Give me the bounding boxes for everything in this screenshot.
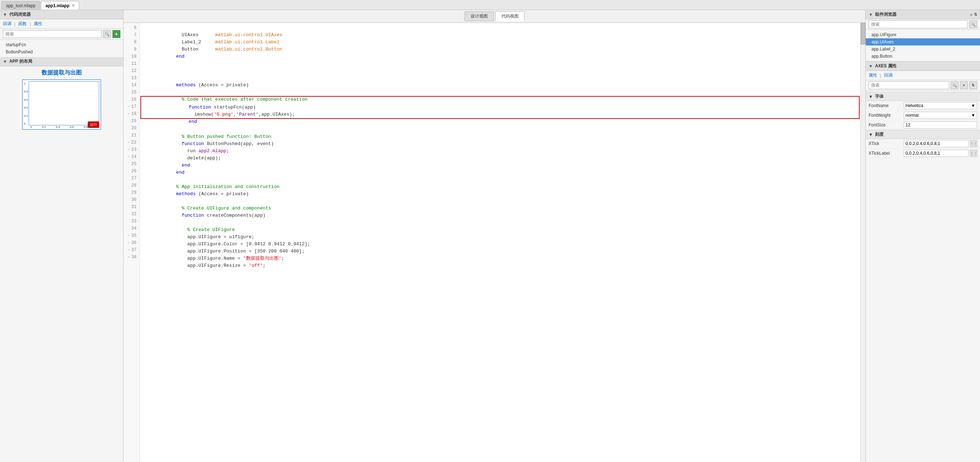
- back-link[interactable]: 回调: [3, 21, 11, 27]
- code-31-2: createComponents(app): [207, 213, 266, 218]
- code-add-button[interactable]: +: [113, 30, 120, 38]
- props-sort-btn[interactable]: ⇅: [969, 81, 977, 89]
- cb-item-uifigure[interactable]: app.UIFigure: [866, 31, 980, 38]
- xtick-expand-btn[interactable]: ⋮⋮: [970, 140, 977, 147]
- prop-fontweight-value: normal ▼: [904, 112, 977, 119]
- ln-30: 30: [124, 196, 139, 203]
- fontsize-input[interactable]: [904, 121, 977, 129]
- collapse-18[interactable]: −: [127, 110, 130, 117]
- collapse-24[interactable]: −: [127, 153, 130, 160]
- code-search-input[interactable]: [3, 30, 102, 38]
- x-label-04: 0.4: [56, 125, 60, 129]
- tab-close-icon[interactable]: ✕: [72, 3, 75, 8]
- props-callbacks-link[interactable]: 回调: [884, 72, 892, 78]
- ln-10: 10: [124, 53, 139, 60]
- x-label-08: 0.8: [84, 125, 88, 129]
- code-line-25[interactable]: end: [140, 162, 861, 169]
- code-view-button[interactable]: 代码视图: [495, 11, 525, 21]
- collapse-17[interactable]: −: [127, 103, 130, 110]
- tree-item-startup[interactable]: startupFcn: [0, 41, 123, 48]
- ln-31: 31: [124, 203, 139, 211]
- code-tree-list: startupFcn ButtonPushed: [0, 40, 123, 57]
- collapse-36[interactable]: −: [127, 239, 130, 246]
- code-editor: 设计视图 代码视图 6 7 8 9 10 11 12 13 14 15 16 −…: [124, 10, 865, 462]
- code-line-26[interactable]: [140, 169, 861, 176]
- collapse-38[interactable]: −: [127, 254, 130, 261]
- code-line-20[interactable]: % Button pushed function: Button: [140, 126, 861, 133]
- collapse-22[interactable]: −: [127, 139, 130, 146]
- tab-app-tool[interactable]: app_tool.mlapp: [2, 1, 40, 10]
- props-search-input[interactable]: [869, 81, 949, 89]
- collapse-23[interactable]: −: [127, 146, 130, 153]
- code-search-button[interactable]: 🔍: [103, 30, 111, 38]
- code-line-11[interactable]: [140, 60, 861, 67]
- code-browser-arrow-icon: ▼: [3, 12, 7, 17]
- prop-row-xticklabel: XTickLabel ⋮⋮: [866, 149, 980, 158]
- cb-item-label2[interactable]: app.Label_2: [866, 46, 980, 52]
- code-line-24[interactable]: end: [140, 155, 861, 162]
- xticklabel-input[interactable]: [904, 150, 969, 157]
- code-27-1: % App initialization and construction: [170, 184, 279, 189]
- xtick-input[interactable]: [904, 140, 969, 147]
- font-section-header: ▼ 字体: [866, 92, 980, 101]
- cb-layout-icon[interactable]: ≡: [970, 13, 972, 17]
- ln-26: 26: [124, 168, 139, 175]
- functions-link[interactable]: 函数: [18, 21, 27, 27]
- ln-36: −36: [124, 239, 139, 246]
- tab-app1-label: app1.mlapp: [46, 3, 70, 8]
- props-properties-link[interactable]: 属性: [869, 72, 877, 78]
- code-line-34[interactable]: app.UIFigure = uifigure;: [140, 226, 861, 233]
- design-view-button[interactable]: 设计视图: [465, 11, 494, 21]
- y-axis-labels: 1 0.8 0.6 0.4 0.2 0: [24, 81, 29, 125]
- x-label-06: 0.6: [70, 125, 74, 129]
- code-line-30[interactable]: % Create UIFigure and components: [140, 198, 861, 205]
- fontname-dropdown[interactable]: Helvetica ▼: [904, 102, 977, 109]
- component-search-button[interactable]: 🔍: [969, 21, 977, 28]
- font-section-label: 字体: [875, 94, 884, 100]
- code-34-1: app.UIFigure = uifigure;: [170, 234, 254, 240]
- code-line-13[interactable]: methods (Access = private): [140, 75, 861, 82]
- code-8-1: Button: [170, 46, 215, 52]
- prop-xtick-label: XTick: [869, 141, 901, 146]
- code-17-4: 'Parent': [236, 112, 258, 117]
- props-search-button[interactable]: 🔍: [951, 81, 959, 89]
- code-22-3: ;: [226, 148, 229, 154]
- code-22-2: app2.mlapp: [199, 148, 226, 154]
- fontname-value: Helvetica: [905, 103, 923, 108]
- code-line-15[interactable]: % Code that executes after component cre…: [140, 89, 861, 96]
- code-line-10[interactable]: [140, 53, 861, 60]
- code-line-6[interactable]: UIAxes matlab.ui.control.UIAxes: [140, 24, 861, 32]
- code-line-27[interactable]: % App initialization and construction: [140, 176, 861, 183]
- run-button[interactable]: 运行: [88, 121, 99, 128]
- collapse-37[interactable]: −: [127, 246, 130, 254]
- tab-app1[interactable]: app1.mlapp ✕: [41, 1, 79, 10]
- component-search-input[interactable]: [869, 21, 968, 28]
- cb-item-button[interactable]: app.Button: [866, 52, 980, 60]
- code-line-23[interactable]: delete(app);: [140, 148, 861, 155]
- code-17-1: imshow(: [178, 112, 214, 117]
- component-tree: app.UIFigure app.UIAxes app.Label_2 app.…: [866, 30, 980, 61]
- cb-sort-icon[interactable]: ⇅: [974, 12, 977, 17]
- tree-item-buttonpushed[interactable]: ButtonPushed: [0, 48, 123, 56]
- app-preview-canvas: 1 0.8 0.6 0.4 0.2 0: [22, 79, 101, 130]
- editor-scrollbar-thumb[interactable]: [861, 23, 865, 44]
- xticklabel-expand-btn[interactable]: ⋮⋮: [970, 150, 977, 157]
- code-line-19[interactable]: [140, 119, 861, 126]
- component-browser: ▼ 组件浏览器 ≡ ⇅ 🔍 app.UIFigure app.UIAxes ap…: [866, 10, 980, 61]
- ln-34: 34: [124, 225, 139, 232]
- props-list-btn[interactable]: ≡: [960, 81, 968, 89]
- code-24-1: end: [170, 163, 190, 168]
- properties-link[interactable]: 属性: [34, 21, 42, 27]
- prop-fontsize-value: [904, 121, 977, 129]
- code-line-33[interactable]: % Create UIFigure: [140, 219, 861, 226]
- collapse-35[interactable]: −: [127, 232, 130, 239]
- fontweight-dropdown[interactable]: normal ▼: [904, 112, 977, 119]
- editor-scrollbar[interactable]: [861, 23, 865, 462]
- code-15-1: % Code that executes after component cre…: [170, 97, 307, 102]
- code-35-1: app.UIFigure.Color = [0.9412 0.9412 0.94…: [170, 241, 310, 247]
- code-38-1: app.UIFigure.Resize =: [170, 263, 248, 268]
- right-panel: ▼ 组件浏览器 ≡ ⇅ 🔍 app.UIFigure app.UIAxes ap…: [865, 10, 980, 462]
- ln-7: 7: [124, 32, 139, 39]
- cb-item-uiaxes[interactable]: app.UIAxes: [866, 38, 980, 46]
- code-line-12[interactable]: [140, 67, 861, 75]
